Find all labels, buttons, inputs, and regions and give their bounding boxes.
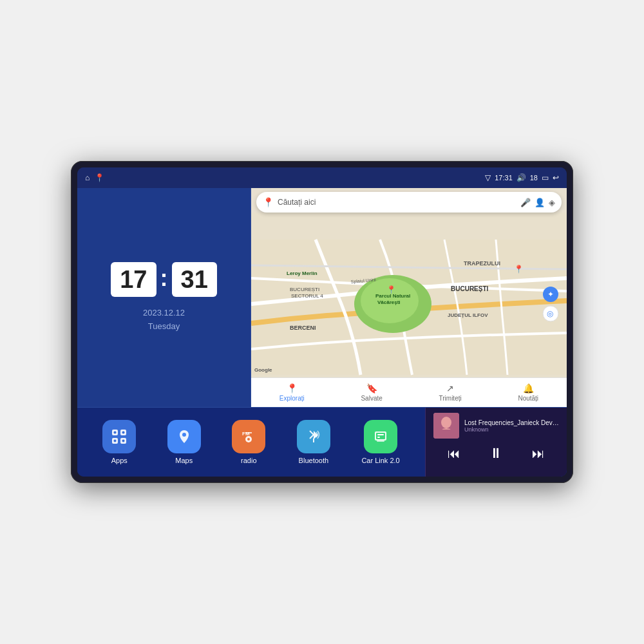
- svg-point-28: [182, 433, 186, 437]
- clock-display: 17 : 31: [111, 262, 217, 297]
- map-pin-icon: 📍: [263, 197, 274, 207]
- music-info: Lost Frequencies_Janieck Devy-... Unknow…: [433, 413, 559, 439]
- device-screen: ⌂ 📍 ▽ 17:31 🔊 18 ▭ ↩ 17 :: [77, 167, 567, 477]
- music-controls: ⏮ ⏸ ⏭: [433, 442, 559, 464]
- main-content: 17 : 31 2023.12.12 Tuesday 📍 Căutați aic…: [77, 188, 567, 477]
- map-body: Parcul Natural Văcărești 📍 TRAPEZULUI BU…: [251, 188, 567, 377]
- map-bottom-bar: 📍 Explorați 🔖 Salvate ↗ Trimiteți 🔔: [251, 377, 567, 407]
- radio-icon-bg: FM: [232, 420, 265, 453]
- maps-label: Maps: [175, 457, 193, 464]
- music-next-button[interactable]: ⏭: [527, 444, 550, 464]
- map-tab-saved-label: Salvate: [361, 395, 382, 402]
- clock-widget: 17 : 31 2023.12.12 Tuesday: [77, 188, 251, 407]
- svg-text:📍: 📍: [514, 264, 524, 274]
- svg-text:Leroy Merlin: Leroy Merlin: [287, 270, 317, 276]
- map-search-text[interactable]: Căutați aici: [278, 198, 516, 207]
- clock-date: 2023.12.12 Tuesday: [143, 307, 185, 334]
- map-search-bar[interactable]: 📍 Căutați aici 🎤 👤 ◈: [256, 192, 562, 213]
- svg-rect-34: [376, 433, 385, 439]
- svg-text:TRAPEZULUI: TRAPEZULUI: [464, 260, 500, 267]
- status-left: ⌂ 📍: [85, 173, 104, 182]
- svg-text:📍: 📍: [386, 285, 396, 294]
- svg-text:BERCENI: BERCENI: [290, 325, 316, 331]
- back-icon[interactable]: ↩: [553, 173, 559, 182]
- status-right: ▽ 17:31 🔊 18 ▭ ↩: [485, 173, 559, 182]
- map-canvas: Parcul Natural Văcărești 📍 TRAPEZULUI BU…: [251, 213, 567, 377]
- app-radio[interactable]: FM radio: [232, 420, 265, 464]
- app-apps[interactable]: Apps: [102, 420, 136, 464]
- account-icon[interactable]: 👤: [535, 198, 545, 207]
- explore-icon: 📍: [287, 383, 298, 393]
- music-prev-button[interactable]: ⏮: [442, 444, 466, 464]
- svg-text:BUCUREȘTI: BUCUREȘTI: [451, 285, 489, 292]
- svg-rect-37: [377, 440, 384, 442]
- svg-text:JUDEȚUL ILFOV: JUDEȚUL ILFOV: [448, 312, 488, 318]
- svg-text:Google: Google: [254, 367, 272, 373]
- carlink-icon-bg: [364, 420, 397, 453]
- music-player: Lost Frequencies_Janieck Devy-... Unknow…: [425, 408, 567, 477]
- clock-hour: 17: [111, 262, 156, 297]
- map-tab-news-label: Noutăți: [518, 395, 538, 402]
- music-title: Lost Frequencies_Janieck Devy-...: [464, 419, 559, 426]
- app-carlink[interactable]: Car Link 2.0: [361, 420, 399, 464]
- svg-text:BUCUREȘTI: BUCUREȘTI: [290, 287, 319, 292]
- music-text: Lost Frequencies_Janieck Devy-... Unknow…: [464, 419, 559, 433]
- bluetooth-icon-bg: [297, 420, 330, 453]
- app-maps[interactable]: Maps: [167, 420, 201, 464]
- svg-rect-41: [439, 430, 454, 439]
- apps-section: Apps Maps: [77, 408, 425, 477]
- music-album-art: [433, 413, 459, 439]
- battery-icon: ▭: [542, 173, 549, 182]
- top-section: 17 : 31 2023.12.12 Tuesday 📍 Căutați aic…: [77, 188, 567, 407]
- date-value: 2023.12.12: [143, 307, 185, 320]
- map-tab-explore-label: Explorați: [279, 395, 305, 402]
- send-icon: ↗: [446, 383, 454, 393]
- saved-icon: 🔖: [366, 383, 377, 393]
- apps-label: Apps: [111, 457, 128, 464]
- map-search-icons: 🎤 👤 ◈: [520, 198, 555, 207]
- layers-icon[interactable]: ◈: [549, 198, 555, 207]
- svg-rect-35: [377, 434, 384, 435]
- map-tab-send-label: Trimiteți: [439, 395, 462, 402]
- music-play-button[interactable]: ⏸: [484, 442, 508, 464]
- battery-level: 18: [530, 174, 538, 182]
- volume-icon[interactable]: 🔊: [516, 173, 526, 182]
- svg-point-24: [114, 431, 117, 434]
- map-tab-news[interactable]: 🔔 Noutăți: [518, 383, 538, 402]
- carlink-label: Car Link 2.0: [361, 457, 399, 464]
- clock-minute: 31: [172, 262, 217, 297]
- apps-icon-bg: [102, 420, 136, 453]
- maps-icon-bg: [167, 420, 201, 453]
- location-icon[interactable]: 📍: [95, 173, 104, 182]
- music-artist: Unknown: [464, 426, 559, 433]
- svg-point-31: [247, 438, 250, 440]
- app-bluetooth[interactable]: Bluetooth: [297, 420, 330, 464]
- home-icon[interactable]: ⌂: [85, 173, 90, 182]
- svg-rect-36: [377, 437, 380, 438]
- svg-text:✦: ✦: [547, 290, 554, 299]
- map-widget: 📍 Căutați aici 🎤 👤 ◈: [251, 188, 567, 407]
- svg-text:SECTORUL 4: SECTORUL 4: [291, 293, 323, 299]
- car-display-device: ⌂ 📍 ▽ 17:31 🔊 18 ▭ ↩ 17 :: [71, 161, 573, 483]
- radio-label: radio: [241, 457, 256, 464]
- status-bar: ⌂ 📍 ▽ 17:31 🔊 18 ▭ ↩: [77, 167, 567, 188]
- clock-colon: :: [160, 265, 168, 292]
- news-icon: 🔔: [523, 383, 534, 393]
- svg-text:◎: ◎: [547, 309, 553, 318]
- map-tab-explore[interactable]: 📍 Explorați: [279, 383, 305, 402]
- day-value: Tuesday: [143, 320, 185, 334]
- mic-icon[interactable]: 🎤: [520, 198, 531, 207]
- svg-text:Văcărești: Văcărești: [377, 299, 401, 305]
- signal-icon: ▽: [485, 173, 491, 182]
- bottom-section: Apps Maps: [77, 407, 567, 477]
- map-tab-send[interactable]: ↗ Trimiteți: [439, 383, 462, 402]
- status-time: 17:31: [495, 174, 513, 182]
- bluetooth-label: Bluetooth: [299, 457, 328, 464]
- svg-point-27: [122, 440, 125, 442]
- svg-point-39: [441, 417, 451, 428]
- svg-text:FM: FM: [242, 431, 250, 437]
- svg-point-26: [114, 440, 117, 442]
- map-tab-saved[interactable]: 🔖 Salvate: [361, 383, 382, 402]
- svg-point-25: [122, 431, 125, 434]
- album-art-face: [433, 413, 459, 439]
